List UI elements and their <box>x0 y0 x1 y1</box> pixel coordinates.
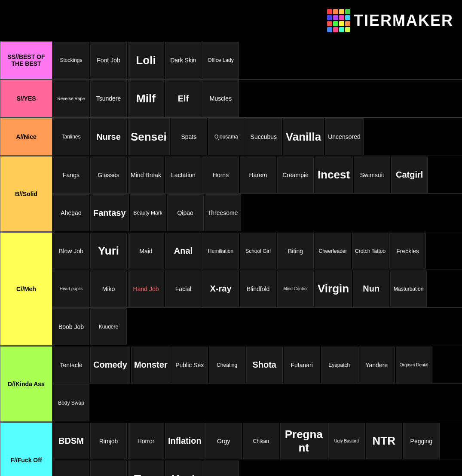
items-row: GangbangRapeTrapYaoiScat <box>52 460 462 476</box>
tier-item: Humiliation <box>202 233 239 269</box>
tier-row-d: D//Kinda AssTentacleComedyMonsterPublic … <box>0 346 462 422</box>
items-row: BDSMRimjobHorrorInflationOrgyChikanPregn… <box>52 422 462 460</box>
tier-item: Qipao <box>167 194 204 231</box>
tier-item: Succubus <box>245 118 282 155</box>
logo-dot <box>345 21 350 26</box>
tier-item: Cheating <box>209 347 245 383</box>
tier-item: Eyepatch <box>321 347 358 383</box>
items-row: Blow JobYuriMaidAnalHumiliationSchool Gi… <box>52 232 462 270</box>
items-row: TentacleComedyMonsterPublic SexCheatingS… <box>52 346 462 384</box>
tier-item: Freckles <box>389 233 426 269</box>
tier-item: Blow Job <box>53 233 89 269</box>
tier-table: TieRmakeR <box>0 0 462 41</box>
tier-item: Pregnant <box>280 423 327 459</box>
tier-item: Monster <box>131 347 171 383</box>
tier-item: BDSM <box>53 423 89 459</box>
tier-item: Dark Skin <box>165 42 202 79</box>
tier-row-b: B//SolidFangsGlassesMind BreakLactationH… <box>0 156 462 232</box>
tier-item: Masturbation <box>390 270 427 307</box>
logo-dot <box>345 15 350 20</box>
tier-item: Body Swap <box>53 384 89 421</box>
tier-content-c: Blow JobYuriMaidAnalHumiliationSchool Gi… <box>52 232 462 346</box>
tier-item: Yandere <box>358 347 395 383</box>
tier-container: SS//BEST OF THE BESTStockingsFoot JobLol… <box>0 41 462 476</box>
tier-item: Loli <box>128 42 164 79</box>
items-row: StockingsFoot JobLoliDark SkinOffice Lad… <box>52 41 462 79</box>
logo-dot <box>327 27 332 32</box>
tier-row-s: S//YESReverse RapeTsundereMilfElfMuscles <box>0 80 462 118</box>
tier-label-ss: SS//BEST OF THE BEST <box>0 41 52 79</box>
tier-item: Virgin <box>315 270 352 307</box>
tier-item: Orgasm Denial <box>396 347 432 383</box>
tier-item: Glasses <box>90 157 127 193</box>
tier-item: Trap <box>128 461 164 476</box>
tier-item: Maid <box>128 233 164 269</box>
tier-row-c: C//MehBlow JobYuriMaidAnalHumiliationSch… <box>0 232 462 346</box>
tier-item: Rimjob <box>90 423 127 459</box>
tier-item: Muscles <box>202 80 239 117</box>
logo-dot <box>333 15 338 20</box>
tier-item: Kuudere <box>90 308 127 345</box>
tier-label-f: F//Fuck Off <box>0 422 52 476</box>
tier-item: Nun <box>353 270 389 307</box>
tier-row-a: A//NiceTanlinesNurseSenseiSpatsOjousamaS… <box>0 118 462 156</box>
items-row: Heart pupilsMikoHand JobFacialX-rayBlind… <box>52 270 462 308</box>
tier-item: Tanlines <box>53 118 89 155</box>
tier-item: Tsundere <box>90 80 127 117</box>
logo-dot <box>339 9 344 14</box>
tier-item: Tentacle <box>53 347 89 383</box>
tier-item: Chikan <box>243 423 279 459</box>
tier-item: Horror <box>128 423 164 459</box>
tier-item: Foot Job <box>90 42 127 79</box>
tier-content-d: TentacleComedyMonsterPublic SexCheatingS… <box>52 346 462 422</box>
tier-item: Elf <box>165 80 202 117</box>
tier-item: Mind Break <box>128 157 164 193</box>
tier-item: Boob Job <box>53 308 89 345</box>
tier-content-b: FangsGlassesMind BreakLactationHornsHare… <box>52 156 462 232</box>
logo-dot <box>327 21 332 26</box>
tier-item: Stockings <box>53 42 89 79</box>
tier-content-ss: StockingsFoot JobLoliDark SkinOffice Lad… <box>52 41 462 79</box>
items-row: FangsGlassesMind BreakLactationHornsHare… <box>52 156 462 194</box>
tier-item: Biting <box>277 233 314 269</box>
tier-content-s: Reverse RapeTsundereMilfElfMuscles <box>52 80 462 117</box>
tier-item: Ugly Bastard <box>328 423 365 459</box>
tier-item: Harem <box>240 157 276 193</box>
tier-item: Mind Control <box>277 270 314 307</box>
tier-label-b: B//Solid <box>0 156 52 232</box>
tier-item: Swimsuit <box>354 157 390 193</box>
tier-item: Beauty Mark <box>130 194 166 231</box>
tier-item: Inflation <box>165 423 205 459</box>
tier-item: Creampie <box>277 157 314 193</box>
tier-item: Lactation <box>165 157 202 193</box>
tier-row-f: F//Fuck OffBDSMRimjobHorrorInflationOrgy… <box>0 422 462 476</box>
logo-dot <box>327 15 332 20</box>
tier-item: Yuri <box>90 233 127 269</box>
items-row: Reverse RapeTsundereMilfElfMuscles <box>52 80 462 117</box>
tier-item: Ahegao <box>53 194 89 231</box>
tier-item: Horns <box>202 157 239 193</box>
tier-item: Vanilla <box>283 118 324 155</box>
tier-item: Threesome <box>205 194 241 231</box>
header-row: TieRmakeR <box>0 0 462 41</box>
logo-dot <box>333 21 338 26</box>
tier-item: Gangbang <box>53 461 89 476</box>
tier-item: Incest <box>315 157 353 193</box>
logo-dot <box>333 27 338 32</box>
tier-item: NTR <box>366 423 402 459</box>
tier-item: Fangs <box>53 157 89 193</box>
logo-dot <box>345 9 350 14</box>
tier-item: Facial <box>165 270 202 307</box>
tier-item: Cheerleader <box>315 233 351 269</box>
items-row: Body Swap <box>52 384 462 422</box>
tier-item: Nurse <box>90 118 127 155</box>
tier-item: School Girl <box>240 233 276 269</box>
tier-label-a: A//Nice <box>0 118 52 156</box>
tier-item: Rape <box>90 461 127 476</box>
tier-item: Hand Job <box>128 270 164 307</box>
items-row: TanlinesNurseSenseiSpatsOjousamaSuccubus… <box>52 118 462 156</box>
tier-item: Orgy <box>205 423 242 459</box>
logo-dot <box>339 21 344 26</box>
tier-row-ss: SS//BEST OF THE BESTStockingsFoot JobLol… <box>0 41 462 80</box>
tier-item: Public Sex <box>171 347 208 383</box>
